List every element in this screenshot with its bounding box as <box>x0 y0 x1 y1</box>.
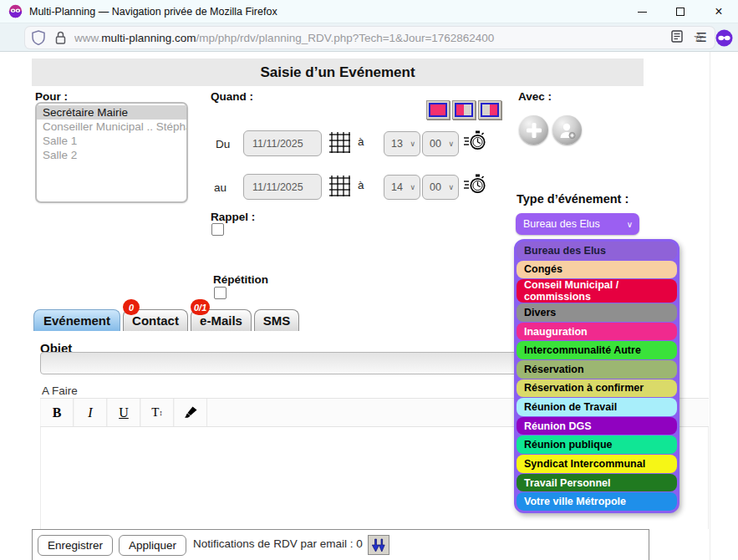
url-path: /mp/php/rdv/planning_RDV.php?Tech=1&Jour… <box>196 32 495 44</box>
maximize-icon <box>676 8 685 16</box>
color-swatch-full-button[interactable] <box>426 100 450 120</box>
rappel-checkbox[interactable] <box>211 223 224 236</box>
end-minute-value: 00 <box>430 181 441 193</box>
brush-icon <box>184 405 198 420</box>
tab-e-mails[interactable]: e-Mails0/1 <box>191 309 252 331</box>
color-swatch-right-button[interactable] <box>478 100 501 120</box>
pour-option[interactable]: Salle 1 <box>37 134 186 148</box>
event-type-option[interactable]: Conseil Municipal / commissions <box>517 279 677 303</box>
url-bar[interactable]: www.multi-planning.com/mp/php/rdv/planni… <box>25 27 715 48</box>
repetition-checkbox[interactable] <box>214 287 226 299</box>
event-type-option[interactable]: Travail Personnel <box>517 474 677 492</box>
browser-titlebar: Multi-Planning — Navigation privée de Mo… <box>0 0 738 23</box>
tab-sms[interactable]: SMS <box>254 309 299 331</box>
close-icon: × <box>715 5 722 18</box>
end-hour-select[interactable]: 14∨ <box>384 175 420 200</box>
menu-icon[interactable]: ☰ <box>696 30 707 45</box>
italic-button[interactable]: I <box>74 399 107 426</box>
maximize-button[interactable] <box>661 0 700 23</box>
start-minute-select[interactable]: 00∨ <box>422 131 459 156</box>
add-participant-button[interactable] <box>519 115 548 145</box>
tab-badge: 0 <box>123 299 140 315</box>
text-size-t: T <box>151 405 159 420</box>
event-type-option[interactable]: Congés <box>517 261 677 279</box>
event-type-option[interactable]: Réservation <box>517 360 677 379</box>
stopwatch-icon-start[interactable] <box>463 129 486 152</box>
event-type-option[interactable]: Intercommunalité Autre <box>517 341 677 359</box>
reader-view-icon[interactable] <box>666 30 688 45</box>
browser-window: Multi-Planning — Navigation privée de Mo… <box>0 0 738 560</box>
chevron-down-icon: ∨ <box>448 183 454 191</box>
underline-button[interactable]: U <box>107 399 140 426</box>
start-date-input[interactable]: 11/11/2025 <box>243 130 322 156</box>
quand-label: Quand : <box>211 90 253 103</box>
afaire-label: A Faire <box>42 384 78 397</box>
text-size-button[interactable]: T↕ <box>140 399 174 426</box>
a-label-2: à <box>358 179 364 191</box>
event-type-option[interactable]: Réunion DGS <box>517 417 677 435</box>
tab-bar: EvénementContact0e-Mails0/1SMS <box>33 309 299 331</box>
repetition-label: Répétition <box>213 273 268 286</box>
tab-contact[interactable]: Contact0 <box>123 309 188 331</box>
stopwatch-icon-end[interactable] <box>463 172 486 196</box>
tab-ev-nement[interactable]: Evénement <box>33 309 120 331</box>
event-type-select[interactable]: Bureau des Elus ∨ <box>516 213 639 235</box>
event-type-option[interactable]: Divers <box>517 303 677 322</box>
event-type-label: Type d’événement : <box>517 192 629 206</box>
start-hour-select[interactable]: 13∨ <box>384 131 420 156</box>
lock-icon[interactable] <box>55 31 66 44</box>
minimize-button[interactable] <box>623 0 661 23</box>
swatch-right-icon <box>481 103 499 117</box>
date-picker-grid-icon[interactable] <box>329 132 350 153</box>
event-type-option[interactable]: Votre ville Métropole <box>517 492 677 511</box>
event-type-dropdown: Bureau des ElusCongésConseil Municipal /… <box>514 239 679 513</box>
end-hour-value: 14 <box>391 181 403 193</box>
a-label-1: à <box>358 135 364 148</box>
shield-icon[interactable] <box>32 30 45 45</box>
page-title: Saisie d’un Evénement <box>32 59 644 86</box>
double-down-arrow-icon <box>371 538 386 552</box>
email-notification-text: Notifications de RDV par email : 0 <box>193 537 363 550</box>
url-domain: multi-planning.com <box>101 32 196 44</box>
save-button[interactable]: Enregistrer <box>38 535 113 556</box>
apply-button[interactable]: Appliquer <box>119 535 186 556</box>
content-divider <box>710 52 710 560</box>
event-type-option[interactable]: Inauguration <box>517 323 677 341</box>
url-prefix: www. <box>74 32 101 44</box>
event-type-option[interactable]: Syndicat Intercommunal <box>517 455 677 473</box>
color-swatch-left-button[interactable] <box>452 100 476 120</box>
text-size-arrow-icon: ↕ <box>159 409 163 417</box>
url-text[interactable]: www.multi-planning.com/mp/php/rdv/planni… <box>74 32 666 44</box>
pour-listbox[interactable]: Secrétaire MairieConseiller Municipal ..… <box>35 102 188 203</box>
chevron-down-icon: ∨ <box>627 220 633 229</box>
event-type-selected-value: Bureau des Elus <box>523 218 600 230</box>
tab-label: SMS <box>263 313 291 328</box>
end-date-input[interactable]: 11/11/2025 <box>243 174 322 200</box>
browser-toolbar: www.multi-planning.com/mp/php/rdv/planni… <box>0 23 738 52</box>
au-label: au <box>214 181 226 194</box>
minimize-icon <box>638 12 647 13</box>
page-content: Saisie d’un Evénement Pour : Secrétaire … <box>0 52 738 560</box>
bold-button[interactable]: B <box>40 399 74 426</box>
event-type-option[interactable]: Réunion de Travail <box>517 398 677 416</box>
add-contact-person-button[interactable] <box>552 115 582 145</box>
text-color-brush-button[interactable] <box>174 399 207 426</box>
pour-option[interactable]: Conseiller Municipal .. Stéphane <box>37 120 186 134</box>
swatch-left-icon <box>455 103 473 117</box>
event-type-option[interactable]: Réservation à confirmer <box>517 379 677 398</box>
email-notification-expand-button[interactable] <box>368 535 389 555</box>
pour-label: Pour : <box>35 90 68 103</box>
tab-badge: 0/1 <box>191 299 210 315</box>
pour-option[interactable]: Salle 2 <box>37 148 186 162</box>
pour-option[interactable]: Secrétaire Mairie <box>37 105 186 120</box>
close-button[interactable]: × <box>700 0 738 23</box>
date-picker-grid-icon-2[interactable] <box>329 176 350 196</box>
end-minute-select[interactable]: 00∨ <box>422 175 459 200</box>
du-label: Du <box>216 138 230 150</box>
event-type-option[interactable]: Réunion publique <box>517 435 677 454</box>
plus-icon <box>525 121 543 140</box>
tab-label: Contact <box>132 313 179 328</box>
start-hour-value: 13 <box>391 138 403 150</box>
event-type-option[interactable]: Bureau des Elus <box>517 242 677 260</box>
chevron-down-icon: ∨ <box>410 140 415 148</box>
